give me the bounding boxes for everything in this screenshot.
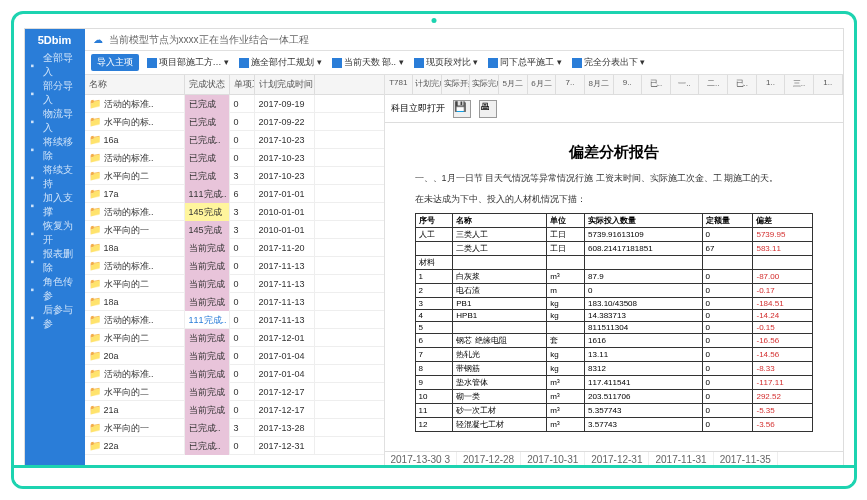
report-cell: -8.33 <box>753 362 812 376</box>
table-row[interactable]: 📁21a当前完成02017-12-17 <box>85 401 384 419</box>
bottom-date: 2017-12-31 <box>585 452 649 469</box>
report-cell: 轻混凝七工材 <box>453 418 547 432</box>
table-row[interactable]: 📁水平向的二当前完成02017-12-01 <box>85 329 384 347</box>
cell-name: 📁活动的标准.. <box>85 311 185 329</box>
cell-date: 2017-01-04 <box>255 365 315 383</box>
report-cell: 811511304 <box>585 322 702 334</box>
table-row[interactable]: 📁活动的标准..当前完成02017-01-04 <box>85 365 384 383</box>
right-col-13: 1.. <box>757 75 786 94</box>
nav-icon: ▪ <box>31 256 40 266</box>
nav-item-4[interactable]: ▪将续支持 <box>25 163 85 191</box>
table-row[interactable]: 📁活动的标准..已完成02017-09-19 <box>85 95 384 113</box>
folder-icon: 📁 <box>89 440 101 451</box>
table-row[interactable]: 📁20a当前完成02017-01-04 <box>85 347 384 365</box>
report-th: 定额量 <box>702 214 753 228</box>
report-cell: 电石渣 <box>453 284 547 298</box>
table-row[interactable]: 📁活动的标准..145完成32010-01-01 <box>85 203 384 221</box>
toolbar-item-3[interactable]: 现页段对比 ▾ <box>414 56 479 69</box>
nav-item-9[interactable]: ▪后参与参 <box>25 303 85 331</box>
report-cell: m <box>547 284 585 298</box>
table-row[interactable]: 📁水平向的二当前完成02017-11-13 <box>85 275 384 293</box>
right-col-1: 计划完成 <box>413 75 442 94</box>
cell-date: 2017-11-20 <box>255 239 315 257</box>
cloud-text: 当前模型节点为xxxx正在当作业结合一体工程 <box>109 33 309 47</box>
table-row[interactable]: 📁水平向的二当前完成02017-12-17 <box>85 383 384 401</box>
toolbar-item-0[interactable]: 项目部施工方… ▾ <box>147 56 230 69</box>
report-cell: m³ <box>547 418 585 432</box>
toolbar-icon <box>572 58 582 68</box>
report-row: 3PB1kg183.10/435080-184.51 <box>415 298 812 310</box>
report-row: 9垫水管体m³117.4115410-117.11 <box>415 376 812 390</box>
nav-item-5[interactable]: ▪加入支撑 <box>25 191 85 219</box>
nav-icon: ▪ <box>31 200 40 210</box>
grid-body[interactable]: 📁活动的标准..已完成02017-09-19📁水平向的标..已完成02017-0… <box>85 95 384 469</box>
nav-item-3[interactable]: ▪将续移除 <box>25 135 85 163</box>
folder-icon: 📁 <box>89 296 101 307</box>
table-row[interactable]: 📁22a已完成..02017-12-31 <box>85 437 384 455</box>
toolbar-item-4[interactable]: 同下总平施工 ▾ <box>488 56 562 69</box>
report-cell: 10 <box>415 390 453 404</box>
folder-icon: 📁 <box>89 422 101 433</box>
report-cell: m³ <box>547 404 585 418</box>
right-bottom: 2017-13-30 32017-12-282017-10-312017-12-… <box>385 451 843 469</box>
report-cell: -117.11 <box>753 376 812 390</box>
report-cell: 0 <box>702 376 753 390</box>
cell-date: 2010-01-01 <box>255 203 315 221</box>
report-cell <box>753 256 812 270</box>
toolbar-item-1[interactable]: 施全部付工规划 ▾ <box>239 56 322 69</box>
cell-date: 2017-01-04 <box>255 347 315 365</box>
table-row[interactable]: 📁活动的标准..111完成..02017-11-13 <box>85 311 384 329</box>
folder-icon: 📁 <box>89 260 101 271</box>
cell-n: 3 <box>230 203 255 221</box>
table-row[interactable]: 📁活动的标准..当前完成02017-11-13 <box>85 257 384 275</box>
cell-date: 2017-13-28 <box>255 419 315 437</box>
save-icon[interactable]: 💾 <box>453 100 471 118</box>
bottom-date: 2017-12-28 <box>457 452 521 469</box>
table-row[interactable]: 📁水平向的一已完成..32017-13-28 <box>85 419 384 437</box>
cell-name: 📁21a <box>85 401 185 419</box>
cell-name: 📁活动的标准.. <box>85 149 185 167</box>
table-row[interactable]: 📁水平向的一145完成32010-01-01 <box>85 221 384 239</box>
report-cell: HPB1 <box>453 310 547 322</box>
report-row: 人工三类人工工日5739.9161310905739.95 <box>415 228 812 242</box>
report-cell: 608.21417181851 <box>585 242 702 256</box>
report-cell: 6 <box>415 334 453 348</box>
nav-item-1[interactable]: ▪部分导入 <box>25 79 85 107</box>
print-icon[interactable]: 🖶 <box>479 100 497 118</box>
cell-name: 📁17a <box>85 185 185 203</box>
toolbar-item-2[interactable]: 当前天数 部.. ▾ <box>332 56 404 69</box>
report-cell: 白灰浆 <box>453 270 547 284</box>
cell-n: 0 <box>230 131 255 149</box>
cell-status: 当前完成 <box>185 275 230 293</box>
import-button[interactable]: 导入主项 <box>91 54 139 71</box>
nav-item-8[interactable]: ▪角色传参 <box>25 275 85 303</box>
report-table: 序号名称单位实际投入数量定额量偏差人工三类人工工日5739.9161310905… <box>415 213 813 432</box>
nav-item-0[interactable]: ▪全部导入 <box>25 51 85 79</box>
folder-icon: 📁 <box>89 368 101 379</box>
cell-name: 📁18a <box>85 293 185 311</box>
report-th: 名称 <box>453 214 547 228</box>
nav-item-2[interactable]: ▪物流导入 <box>25 107 85 135</box>
right-toolbar-label: 科目立即打开 <box>391 102 445 115</box>
toolbar-item-5[interactable]: 完全分表出下 ▾ <box>572 56 646 69</box>
table-row[interactable]: 📁18a当前完成02017-11-13 <box>85 293 384 311</box>
table-row[interactable]: 📁活动的标准..已完成02017-10-23 <box>85 149 384 167</box>
table-row[interactable]: 📁水平向的二已完成32017-10-23 <box>85 167 384 185</box>
nav-label: 加入支撑 <box>43 191 78 219</box>
table-row[interactable]: 📁水平向的标..已完成02017-09-22 <box>85 113 384 131</box>
report-cell: 9 <box>415 376 453 390</box>
cell-status: 145完成 <box>185 221 230 239</box>
nav-item-6[interactable]: ▪恢复为开 <box>25 219 85 247</box>
table-row[interactable]: 📁18a当前完成02017-11-20 <box>85 239 384 257</box>
right-col-4: 5月二 <box>499 75 528 94</box>
table-row[interactable]: 📁17a111完成..62017-01-01 <box>85 185 384 203</box>
cell-name: 📁水平向的一 <box>85 221 185 239</box>
report-cell: 0 <box>702 390 753 404</box>
right-col-10: 一.. <box>671 75 700 94</box>
folder-icon: 📁 <box>89 314 101 325</box>
nav-item-7[interactable]: ▪报表删除 <box>25 247 85 275</box>
cell-name: 📁水平向的二 <box>85 275 185 293</box>
cell-status: 当前完成 <box>185 347 230 365</box>
table-row[interactable]: 📁16a已完成..02017-10-23 <box>85 131 384 149</box>
cell-name: 📁水平向的二 <box>85 167 185 185</box>
